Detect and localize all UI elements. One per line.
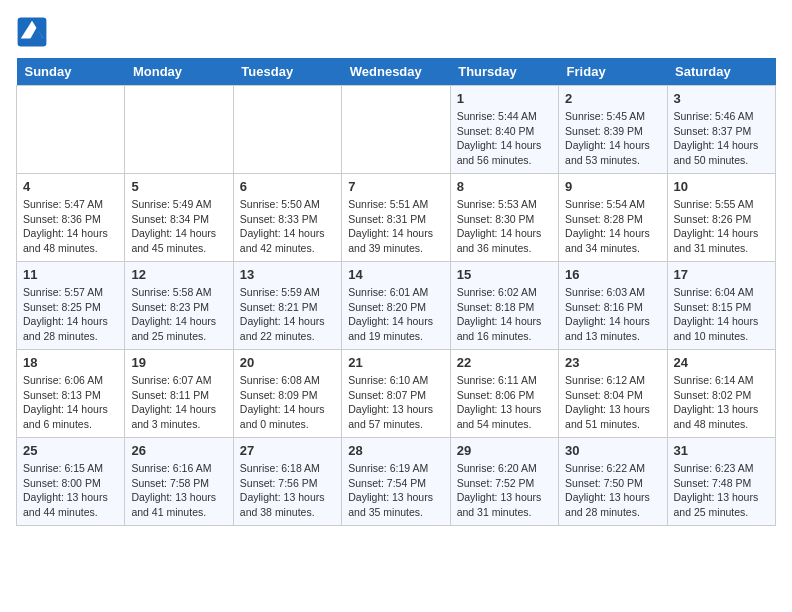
day-info: Sunrise: 5:55 AM Sunset: 8:26 PM Dayligh… xyxy=(674,197,769,256)
day-number: 17 xyxy=(674,267,769,282)
column-header-monday: Monday xyxy=(125,58,233,86)
day-info: Sunrise: 6:23 AM Sunset: 7:48 PM Dayligh… xyxy=(674,461,769,520)
day-info: Sunrise: 6:16 AM Sunset: 7:58 PM Dayligh… xyxy=(131,461,226,520)
day-info: Sunrise: 6:19 AM Sunset: 7:54 PM Dayligh… xyxy=(348,461,443,520)
day-info: Sunrise: 5:58 AM Sunset: 8:23 PM Dayligh… xyxy=(131,285,226,344)
day-number: 24 xyxy=(674,355,769,370)
day-number: 13 xyxy=(240,267,335,282)
day-number: 2 xyxy=(565,91,660,106)
calendar-body: 1Sunrise: 5:44 AM Sunset: 8:40 PM Daylig… xyxy=(17,86,776,526)
day-info: Sunrise: 5:44 AM Sunset: 8:40 PM Dayligh… xyxy=(457,109,552,168)
calendar-week-1: 1Sunrise: 5:44 AM Sunset: 8:40 PM Daylig… xyxy=(17,86,776,174)
day-info: Sunrise: 6:11 AM Sunset: 8:06 PM Dayligh… xyxy=(457,373,552,432)
calendar-cell: 4Sunrise: 5:47 AM Sunset: 8:36 PM Daylig… xyxy=(17,174,125,262)
logo xyxy=(16,16,52,48)
calendar-cell: 22Sunrise: 6:11 AM Sunset: 8:06 PM Dayli… xyxy=(450,350,558,438)
day-info: Sunrise: 6:06 AM Sunset: 8:13 PM Dayligh… xyxy=(23,373,118,432)
calendar-cell: 30Sunrise: 6:22 AM Sunset: 7:50 PM Dayli… xyxy=(559,438,667,526)
day-number: 16 xyxy=(565,267,660,282)
day-info: Sunrise: 5:59 AM Sunset: 8:21 PM Dayligh… xyxy=(240,285,335,344)
calendar-cell: 9Sunrise: 5:54 AM Sunset: 8:28 PM Daylig… xyxy=(559,174,667,262)
calendar-cell: 28Sunrise: 6:19 AM Sunset: 7:54 PM Dayli… xyxy=(342,438,450,526)
calendar-cell: 2Sunrise: 5:45 AM Sunset: 8:39 PM Daylig… xyxy=(559,86,667,174)
day-number: 23 xyxy=(565,355,660,370)
day-info: Sunrise: 5:47 AM Sunset: 8:36 PM Dayligh… xyxy=(23,197,118,256)
calendar-cell: 19Sunrise: 6:07 AM Sunset: 8:11 PM Dayli… xyxy=(125,350,233,438)
day-info: Sunrise: 5:49 AM Sunset: 8:34 PM Dayligh… xyxy=(131,197,226,256)
calendar-cell: 25Sunrise: 6:15 AM Sunset: 8:00 PM Dayli… xyxy=(17,438,125,526)
day-info: Sunrise: 5:46 AM Sunset: 8:37 PM Dayligh… xyxy=(674,109,769,168)
day-number: 12 xyxy=(131,267,226,282)
calendar-cell: 23Sunrise: 6:12 AM Sunset: 8:04 PM Dayli… xyxy=(559,350,667,438)
day-number: 15 xyxy=(457,267,552,282)
day-info: Sunrise: 5:50 AM Sunset: 8:33 PM Dayligh… xyxy=(240,197,335,256)
day-number: 5 xyxy=(131,179,226,194)
day-info: Sunrise: 6:01 AM Sunset: 8:20 PM Dayligh… xyxy=(348,285,443,344)
day-number: 3 xyxy=(674,91,769,106)
day-info: Sunrise: 5:54 AM Sunset: 8:28 PM Dayligh… xyxy=(565,197,660,256)
day-info: Sunrise: 6:02 AM Sunset: 8:18 PM Dayligh… xyxy=(457,285,552,344)
calendar-cell: 7Sunrise: 5:51 AM Sunset: 8:31 PM Daylig… xyxy=(342,174,450,262)
calendar-cell: 15Sunrise: 6:02 AM Sunset: 8:18 PM Dayli… xyxy=(450,262,558,350)
day-info: Sunrise: 5:57 AM Sunset: 8:25 PM Dayligh… xyxy=(23,285,118,344)
calendar-cell: 17Sunrise: 6:04 AM Sunset: 8:15 PM Dayli… xyxy=(667,262,775,350)
day-number: 28 xyxy=(348,443,443,458)
column-header-thursday: Thursday xyxy=(450,58,558,86)
day-info: Sunrise: 6:07 AM Sunset: 8:11 PM Dayligh… xyxy=(131,373,226,432)
day-number: 6 xyxy=(240,179,335,194)
calendar-cell: 3Sunrise: 5:46 AM Sunset: 8:37 PM Daylig… xyxy=(667,86,775,174)
calendar-cell: 27Sunrise: 6:18 AM Sunset: 7:56 PM Dayli… xyxy=(233,438,341,526)
column-header-sunday: Sunday xyxy=(17,58,125,86)
column-header-tuesday: Tuesday xyxy=(233,58,341,86)
day-info: Sunrise: 6:14 AM Sunset: 8:02 PM Dayligh… xyxy=(674,373,769,432)
day-info: Sunrise: 6:22 AM Sunset: 7:50 PM Dayligh… xyxy=(565,461,660,520)
day-number: 22 xyxy=(457,355,552,370)
calendar-table: SundayMondayTuesdayWednesdayThursdayFrid… xyxy=(16,58,776,526)
calendar-cell: 6Sunrise: 5:50 AM Sunset: 8:33 PM Daylig… xyxy=(233,174,341,262)
calendar-cell: 10Sunrise: 5:55 AM Sunset: 8:26 PM Dayli… xyxy=(667,174,775,262)
day-number: 8 xyxy=(457,179,552,194)
day-number: 29 xyxy=(457,443,552,458)
calendar-cell: 26Sunrise: 6:16 AM Sunset: 7:58 PM Dayli… xyxy=(125,438,233,526)
calendar-cell: 31Sunrise: 6:23 AM Sunset: 7:48 PM Dayli… xyxy=(667,438,775,526)
calendar-week-3: 11Sunrise: 5:57 AM Sunset: 8:25 PM Dayli… xyxy=(17,262,776,350)
day-number: 27 xyxy=(240,443,335,458)
day-number: 11 xyxy=(23,267,118,282)
day-number: 19 xyxy=(131,355,226,370)
calendar-cell xyxy=(233,86,341,174)
calendar-cell: 29Sunrise: 6:20 AM Sunset: 7:52 PM Dayli… xyxy=(450,438,558,526)
day-number: 26 xyxy=(131,443,226,458)
calendar-cell: 12Sunrise: 5:58 AM Sunset: 8:23 PM Dayli… xyxy=(125,262,233,350)
day-info: Sunrise: 5:53 AM Sunset: 8:30 PM Dayligh… xyxy=(457,197,552,256)
calendar-week-5: 25Sunrise: 6:15 AM Sunset: 8:00 PM Dayli… xyxy=(17,438,776,526)
calendar-cell xyxy=(17,86,125,174)
day-number: 4 xyxy=(23,179,118,194)
page-header xyxy=(16,16,776,48)
day-info: Sunrise: 5:51 AM Sunset: 8:31 PM Dayligh… xyxy=(348,197,443,256)
calendar-cell xyxy=(342,86,450,174)
day-number: 9 xyxy=(565,179,660,194)
column-header-wednesday: Wednesday xyxy=(342,58,450,86)
day-number: 31 xyxy=(674,443,769,458)
day-info: Sunrise: 6:04 AM Sunset: 8:15 PM Dayligh… xyxy=(674,285,769,344)
day-number: 7 xyxy=(348,179,443,194)
day-number: 14 xyxy=(348,267,443,282)
calendar-cell: 24Sunrise: 6:14 AM Sunset: 8:02 PM Dayli… xyxy=(667,350,775,438)
calendar-cell: 21Sunrise: 6:10 AM Sunset: 8:07 PM Dayli… xyxy=(342,350,450,438)
calendar-cell: 13Sunrise: 5:59 AM Sunset: 8:21 PM Dayli… xyxy=(233,262,341,350)
calendar-cell: 14Sunrise: 6:01 AM Sunset: 8:20 PM Dayli… xyxy=(342,262,450,350)
day-number: 25 xyxy=(23,443,118,458)
day-info: Sunrise: 6:12 AM Sunset: 8:04 PM Dayligh… xyxy=(565,373,660,432)
day-info: Sunrise: 6:08 AM Sunset: 8:09 PM Dayligh… xyxy=(240,373,335,432)
day-number: 20 xyxy=(240,355,335,370)
calendar-cell: 18Sunrise: 6:06 AM Sunset: 8:13 PM Dayli… xyxy=(17,350,125,438)
day-info: Sunrise: 6:03 AM Sunset: 8:16 PM Dayligh… xyxy=(565,285,660,344)
calendar-cell: 16Sunrise: 6:03 AM Sunset: 8:16 PM Dayli… xyxy=(559,262,667,350)
column-header-saturday: Saturday xyxy=(667,58,775,86)
calendar-cell xyxy=(125,86,233,174)
day-info: Sunrise: 6:20 AM Sunset: 7:52 PM Dayligh… xyxy=(457,461,552,520)
calendar-cell: 5Sunrise: 5:49 AM Sunset: 8:34 PM Daylig… xyxy=(125,174,233,262)
day-number: 21 xyxy=(348,355,443,370)
logo-icon xyxy=(16,16,48,48)
day-number: 10 xyxy=(674,179,769,194)
